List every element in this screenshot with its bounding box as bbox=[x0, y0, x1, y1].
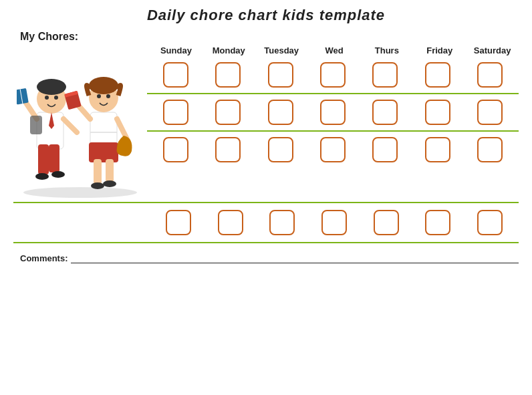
checkbox-cell-row2-monday bbox=[202, 100, 254, 125]
chart-area: SundayMondayTuesdayWedThursFridaySaturda… bbox=[13, 45, 519, 199]
checkbox-cell-row3-friday bbox=[411, 137, 463, 162]
checkbox-cell-row3-saturday bbox=[464, 137, 516, 162]
checkbox-cell-row2-wed bbox=[307, 100, 359, 125]
checkbox-row2-friday[interactable] bbox=[425, 100, 450, 125]
checkbox-row1-wed[interactable] bbox=[320, 62, 346, 88]
checkbox-row2-saturday[interactable] bbox=[477, 100, 503, 125]
checkbox-row3-friday[interactable] bbox=[425, 137, 450, 162]
page-title: Daily chore chart kids template bbox=[13, 7, 519, 24]
checkbox-cell-row4-monday bbox=[205, 210, 257, 235]
checkbox-cell-row2-saturday bbox=[464, 100, 516, 125]
checkbox-cell-row2-sunday bbox=[150, 100, 202, 125]
checkbox-row4-monday[interactable] bbox=[218, 210, 243, 235]
svg-point-7 bbox=[37, 79, 66, 95]
kids-illustration bbox=[17, 45, 144, 199]
checkbox-cell-row4-sunday bbox=[152, 210, 205, 235]
svg-point-24 bbox=[97, 94, 101, 98]
checkbox-cell-row1-monday bbox=[202, 62, 254, 88]
checkbox-row2-wed[interactable] bbox=[320, 100, 346, 125]
divider-full-2 bbox=[13, 242, 519, 243]
divider-1 bbox=[147, 93, 519, 94]
day-header-friday: Friday bbox=[413, 45, 466, 55]
row-group bbox=[147, 58, 519, 166]
checkbox-row3-saturday[interactable] bbox=[477, 137, 503, 162]
svg-rect-18 bbox=[94, 159, 102, 184]
chore-row-1 bbox=[147, 58, 519, 92]
svg-point-20 bbox=[91, 182, 104, 189]
checkbox-row3-thurs[interactable] bbox=[372, 137, 398, 162]
checkbox-cell-row3-monday bbox=[202, 137, 254, 162]
day-header-tuesday: Tuesday bbox=[255, 45, 308, 55]
checkbox-cell-row2-friday bbox=[411, 100, 463, 125]
my-chores-label: My Chores: bbox=[20, 31, 519, 43]
checkbox-cell-row4-wed bbox=[308, 210, 360, 235]
comments-label: Comments: bbox=[20, 253, 68, 263]
svg-point-25 bbox=[106, 94, 110, 98]
day-header-thurs: Thurs bbox=[360, 45, 413, 55]
svg-point-9 bbox=[54, 96, 58, 100]
svg-line-29 bbox=[117, 119, 127, 139]
checkbox-cell-row4-tuesday bbox=[256, 210, 308, 235]
svg-point-21 bbox=[103, 180, 116, 187]
svg-rect-3 bbox=[49, 144, 59, 172]
checkbox-cell-row3-tuesday bbox=[255, 137, 307, 162]
checkbox-row1-monday[interactable] bbox=[215, 62, 241, 88]
checkbox-cell-row3-sunday bbox=[150, 137, 202, 162]
checkbox-row4-thurs[interactable] bbox=[374, 210, 399, 235]
day-header-sunday: Sunday bbox=[150, 45, 203, 55]
checkbox-row1-saturday[interactable] bbox=[477, 62, 503, 88]
checkbox-cell-row4-friday bbox=[412, 210, 464, 235]
checkbox-cell-row4-saturday bbox=[464, 210, 516, 235]
checkbox-cell-row1-thurs bbox=[359, 62, 411, 88]
page: Daily chore chart kids template My Chore… bbox=[0, 0, 532, 395]
checkbox-row3-tuesday[interactable] bbox=[268, 137, 293, 162]
svg-point-4 bbox=[35, 173, 49, 180]
grid-col: SundayMondayTuesdayWedThursFridaySaturda… bbox=[147, 45, 519, 166]
svg-rect-19 bbox=[106, 159, 114, 182]
checkbox-row4-tuesday[interactable] bbox=[269, 210, 295, 235]
checkbox-cell-row1-saturday bbox=[464, 62, 516, 88]
checkbox-cell-row1-friday bbox=[411, 62, 463, 88]
svg-point-5 bbox=[51, 171, 65, 178]
svg-line-13 bbox=[63, 119, 77, 132]
checkbox-cell-row2-thurs bbox=[359, 100, 411, 125]
chore-row-4-wrap bbox=[13, 206, 519, 239]
checkbox-row2-sunday[interactable] bbox=[163, 100, 188, 125]
comments-line[interactable] bbox=[71, 253, 519, 263]
svg-point-0 bbox=[23, 187, 137, 198]
svg-point-23 bbox=[89, 77, 118, 94]
checkbox-cell-row2-tuesday bbox=[255, 100, 307, 125]
checkbox-row4-saturday[interactable] bbox=[477, 210, 503, 235]
checkbox-row2-thurs[interactable] bbox=[372, 100, 398, 125]
chore-row-3 bbox=[147, 133, 519, 166]
checkbox-cell-row1-sunday bbox=[150, 62, 202, 88]
chore-row-4 bbox=[150, 206, 519, 239]
day-header-wed: Wed bbox=[308, 45, 361, 55]
checkbox-cell-row3-wed bbox=[307, 137, 359, 162]
divider-2 bbox=[147, 130, 519, 132]
day-header-monday: Monday bbox=[203, 45, 255, 55]
svg-rect-17 bbox=[89, 142, 118, 162]
svg-rect-2 bbox=[38, 144, 49, 174]
checkbox-cell-row1-tuesday bbox=[255, 62, 307, 88]
checkbox-row3-sunday[interactable] bbox=[163, 137, 188, 162]
svg-rect-14 bbox=[30, 116, 42, 134]
kids-illustration-col bbox=[13, 45, 147, 199]
checkbox-row1-friday[interactable] bbox=[425, 62, 450, 88]
checkbox-cell-row1-wed bbox=[307, 62, 359, 88]
checkbox-row2-tuesday[interactable] bbox=[268, 100, 293, 125]
checkbox-row3-wed[interactable] bbox=[320, 137, 346, 162]
checkbox-row3-monday[interactable] bbox=[215, 137, 241, 162]
checkbox-row2-monday[interactable] bbox=[215, 100, 241, 125]
checkbox-row4-sunday[interactable] bbox=[166, 210, 191, 235]
checkbox-row1-thurs[interactable] bbox=[372, 62, 398, 88]
day-headers-row: SundayMondayTuesdayWedThursFridaySaturda… bbox=[147, 45, 519, 55]
svg-point-8 bbox=[45, 96, 49, 100]
checkbox-row4-wed[interactable] bbox=[321, 210, 347, 235]
divider-full-1 bbox=[13, 202, 519, 203]
checkbox-row1-sunday[interactable] bbox=[163, 62, 188, 88]
checkbox-row4-friday[interactable] bbox=[425, 210, 450, 235]
checkbox-cell-row4-thurs bbox=[360, 210, 412, 235]
checkbox-row1-tuesday[interactable] bbox=[268, 62, 293, 88]
day-header-saturday: Saturday bbox=[466, 45, 519, 55]
